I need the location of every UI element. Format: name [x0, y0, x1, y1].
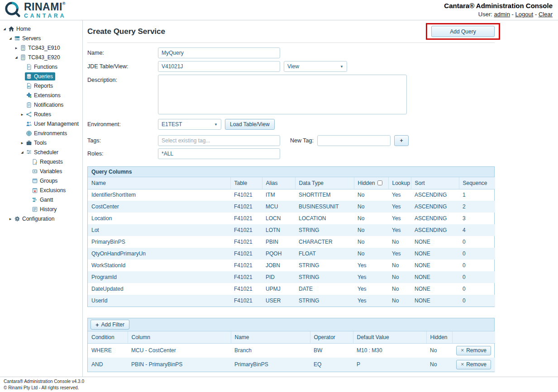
rinami-logo-icon [4, 0, 21, 19]
tags-input[interactable] [158, 135, 280, 146]
sidebar-item-functions[interactable]: Functions [0, 62, 82, 71]
sidebar-item-tools[interactable]: ▸Tools [0, 138, 82, 147]
sidebar-item-extensions[interactable]: Extensions [0, 90, 82, 100]
query-column-row[interactable]: IdentifierShortItemF41021ITMSHORTITEMNoY… [88, 189, 495, 201]
query-column-row[interactable]: QtyOnHandPrimaryUnF41021PQOHFLOATNoYesNO… [88, 248, 495, 260]
query-column-row[interactable]: CostCenterF41021MCUBUSINESSUNITNoYesASCE… [88, 201, 495, 213]
tree-expand-arrow-icon[interactable]: ▸ [19, 141, 25, 145]
hidden-all-checkbox[interactable] [377, 180, 382, 185]
query-column-row[interactable]: DateUpdatedF41021UPMJDATEYesNoNONE0 [88, 283, 495, 295]
new-tag-input[interactable] [317, 135, 391, 146]
sidebar-item-requests[interactable]: Requests [0, 157, 82, 166]
filters-header-default-value[interactable]: Default Value [353, 331, 426, 343]
sidebar-nav-tree: ◢Home◢Servers▸TC843_E910◢TC843_E920Funct… [0, 20, 83, 377]
queries-icon [26, 73, 32, 80]
roles-input[interactable] [158, 148, 280, 159]
tree-collapse-arrow-icon[interactable]: ◢ [19, 151, 25, 154]
query-column-cell: 0 [459, 236, 495, 248]
columns-header-name[interactable]: Name [88, 177, 230, 189]
filter-row[interactable]: ANDPBIN - PrimaryBinPSPrimaryBinPSEQPNo×… [88, 358, 495, 372]
sidebar-item-groups[interactable]: Groups [0, 176, 82, 185]
query-column-cell: FLOAT [295, 248, 354, 260]
sidebar-item-notifications[interactable]: Notifications [0, 100, 82, 109]
sidebar-item-exclusions[interactable]: Exclusions [0, 185, 82, 195]
description-textarea[interactable] [158, 75, 407, 114]
tree-expand-arrow-icon[interactable]: ▸ [8, 217, 13, 221]
query-column-cell: ASCENDING [411, 224, 459, 236]
tree-collapse-arrow-icon[interactable]: ◢ [8, 37, 13, 40]
sidebar-item-environments[interactable]: Environments [0, 128, 82, 138]
tree-node-servers: Servers [13, 34, 43, 43]
query-column-row[interactable]: LocationF41021LOCNLOCATIONNoYesASCENDING… [88, 213, 495, 224]
load-table-view-button[interactable]: Load Table/View [225, 119, 275, 130]
sidebar-item-reports[interactable]: Reports [0, 81, 82, 90]
columns-header-sort[interactable]: Sort [411, 177, 459, 189]
groups-icon [32, 178, 38, 184]
table-type-select[interactable]: View ▼ [284, 61, 347, 72]
user-label: User: [478, 11, 492, 18]
filters-header-hidden[interactable]: Hidden [426, 331, 452, 343]
logout-link[interactable]: Logout [515, 11, 534, 18]
add-tag-button[interactable]: + [394, 135, 409, 146]
tree-label: Scheduler [34, 149, 58, 156]
query-column-row[interactable]: ProgramIdF41021PIDSTRINGYesNoNONE0 [88, 271, 495, 283]
sidebar-item-queries[interactable]: Queries [0, 71, 82, 81]
sidebar-item-history[interactable]: History [0, 204, 82, 214]
columns-header-row: NameTableAliasData TypeHiddenLookupSortS… [88, 177, 495, 189]
tree-collapse-arrow-icon[interactable]: ◢ [2, 27, 7, 31]
query-column-row[interactable]: UserIdF41021USERSTRINGYesNoNONE0 [88, 295, 495, 307]
query-column-cell: DATE [295, 283, 354, 295]
query-column-row[interactable]: PrimaryBinPSF41021PBINCHARACTERNoNoNONE0 [88, 236, 495, 248]
query-column-row[interactable]: WorkStationIdF41021JOBNSTRINGYesNoNONE0 [88, 260, 495, 271]
header-label: Hidden [358, 180, 375, 186]
header-label: Data Type [299, 180, 324, 186]
query-column-cell: No [354, 201, 388, 213]
sidebar-item-user-management[interactable]: User Management [0, 119, 82, 128]
tree-collapse-arrow-icon[interactable]: ◢ [14, 56, 19, 59]
tree-expand-arrow-icon[interactable]: ▸ [19, 112, 25, 117]
clear-link[interactable]: Clear [539, 11, 553, 18]
sidebar-item-servers[interactable]: ◢Servers [0, 33, 82, 43]
query-column-cell: NONE [411, 236, 459, 248]
filters-header-name[interactable]: Name [231, 331, 310, 343]
remove-filter-button[interactable]: ×Remove [456, 360, 491, 369]
columns-header-sequence[interactable]: Sequence [459, 177, 495, 189]
query-column-row[interactable]: LotF41021LOTNSTRINGNoYesASCENDING4 [88, 224, 495, 236]
user-link[interactable]: admin [494, 11, 510, 18]
tree-node-queries: Queries [25, 72, 55, 80]
columns-header-alias[interactable]: Alias [262, 177, 295, 189]
filter-cell: PBIN - PrimaryBinPS [128, 358, 231, 372]
filters-header-operator[interactable]: Operator [310, 331, 353, 343]
filter-row[interactable]: WHEREMCU - CostCenterBranchBWM10 : M30No… [88, 343, 495, 358]
filters-header-condition[interactable]: Condition [88, 331, 128, 343]
tree-node-home: Home [7, 25, 33, 33]
query-columns-panel-title: Query Columns [88, 167, 494, 177]
sidebar-item-scheduler[interactable]: ◢Scheduler [0, 147, 82, 157]
remove-filter-button[interactable]: ×Remove [456, 346, 491, 355]
name-input[interactable] [158, 47, 280, 58]
columns-header-table[interactable]: Table [230, 177, 262, 189]
sidebar-item-home[interactable]: ◢Home [0, 24, 82, 33]
filters-header-column[interactable]: Column [128, 331, 231, 343]
add-query-button[interactable]: Add Query [431, 26, 495, 37]
add-filter-button[interactable]: + Add Filter [91, 320, 129, 330]
functions-icon [26, 64, 32, 70]
tree-label: Routes [34, 111, 51, 118]
roles-row: Roles: [87, 148, 495, 159]
columns-header-data-type[interactable]: Data Type [295, 177, 354, 189]
sidebar-item-routes[interactable]: ▸Routes [0, 109, 82, 119]
sidebar-item-variables[interactable]: Variables [0, 166, 82, 176]
sidebar-item-tc843-e910[interactable]: ▸TC843_E910 [0, 43, 82, 52]
columns-header-hidden[interactable]: Hidden [354, 177, 388, 189]
jde-table-input[interactable] [158, 61, 280, 72]
query-column-cell: F41021 [230, 248, 262, 260]
query-column-cell: NONE [411, 283, 459, 295]
tree-label: TC843_E920 [28, 54, 60, 61]
sidebar-item-configuration[interactable]: ▸Configuration [0, 214, 82, 223]
tags-row: Tags: New Tag: + [87, 135, 495, 146]
tree-expand-arrow-icon[interactable]: ▸ [14, 46, 19, 50]
columns-header-lookup[interactable]: Lookup [388, 177, 411, 189]
sidebar-item-gantt[interactable]: Gantt [0, 195, 82, 204]
sidebar-item-tc843-e920[interactable]: ◢TC843_E920 [0, 52, 82, 62]
environment-select[interactable]: E1TEST ▼ [158, 119, 221, 130]
